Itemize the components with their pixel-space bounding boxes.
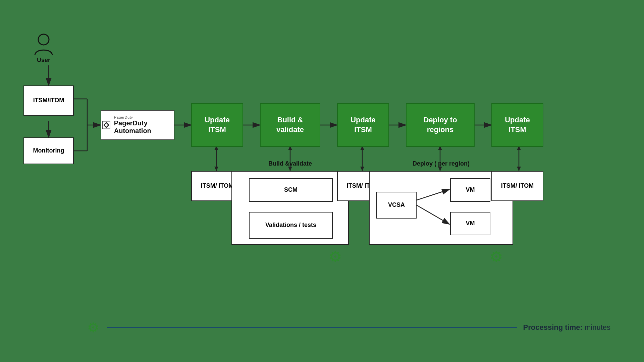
vm1-box: VM	[450, 178, 490, 202]
update-itsm-2-box: Update ITSM	[337, 103, 389, 147]
monitoring-box: Monitoring	[23, 137, 74, 164]
svg-marker-27	[517, 167, 521, 171]
deploy-regions-box: Deploy to regions	[406, 103, 475, 147]
build-validate-box: Build & validate	[260, 103, 320, 147]
user-node: User	[34, 34, 54, 64]
gear-icon-1: ⚙	[329, 248, 342, 265]
gear-icon-2: ⚙	[490, 248, 503, 265]
update-itsm-3-box: Update ITSM	[491, 103, 543, 147]
validations-box: Validations / tests	[249, 212, 333, 239]
pagerduty-box: PagerDuty PagerDuty Automation	[101, 110, 174, 140]
processing-text: Processing time: minutes	[523, 323, 610, 332]
pagerduty-text: PagerDuty PagerDuty Automation	[114, 115, 174, 135]
svg-marker-21	[360, 167, 364, 171]
user-icon	[34, 34, 54, 55]
itsm-itom-1-box: ITSM/ITOM	[23, 85, 74, 116]
svg-line-35	[417, 189, 449, 200]
diagram-container: User ITSM/ITOM Monitoring PagerDuty Page…	[20, 27, 624, 342]
processing-line	[107, 327, 517, 328]
svg-marker-14	[214, 167, 218, 171]
build-validate-label: Build &validate	[231, 160, 349, 167]
pagerduty-diamond-icon	[101, 119, 111, 131]
update-itsm-1-box: Update ITSM	[191, 103, 243, 147]
scm-box: SCM	[249, 178, 333, 202]
build-validate-group: SCM Validations / tests	[231, 171, 349, 245]
pagerduty-logo: PagerDuty PagerDuty Automation	[101, 115, 174, 135]
itsm-itom-4-box: ITSM/ ITOM	[491, 171, 543, 201]
vm2-box: VM	[450, 212, 490, 235]
processing-row: ⚙ Processing time: minutes	[87, 320, 610, 335]
deploy-per-region-label: Deploy ( per region)	[369, 160, 513, 167]
svg-point-31	[38, 34, 49, 45]
vcsa-box: VCSA	[376, 192, 417, 219]
svg-line-36	[417, 205, 449, 224]
gear-icon-3: ⚙	[87, 320, 99, 335]
user-label: User	[37, 57, 50, 64]
